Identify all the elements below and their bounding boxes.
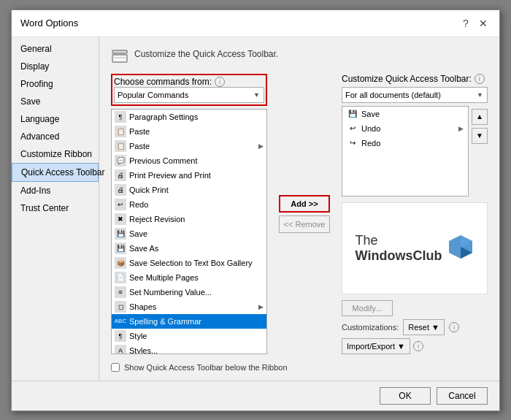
sidebar-item-save[interactable]: Save [12, 93, 99, 110]
cmd-save-as[interactable]: 💾 Save As [112, 241, 266, 256]
cmd-set-numbering[interactable]: ≡ Set Numbering Value... [112, 285, 266, 299]
toolbar-customize-icon [111, 47, 128, 65]
modify-button[interactable]: Modify... [342, 300, 393, 316]
cmd-paste-1[interactable]: 📋 Paste [112, 124, 266, 139]
cmd-icon-paste1: 📋 [115, 126, 126, 137]
toolbar-list[interactable]: 💾 Save ↩ Undo ▶ ↪ Redo [342, 106, 469, 196]
help-button[interactable]: ? [458, 16, 473, 31]
cmd-redo[interactable]: ↩ Redo [112, 197, 266, 212]
cmd-icon-print-preview: 🖨 [115, 169, 126, 181]
tb-item-save[interactable]: 💾 Save [342, 107, 468, 121]
title-controls: ? ✕ [458, 16, 491, 31]
toolbar-info-icon[interactable]: i [474, 74, 485, 84]
cmd-arrow-shapes: ▶ [258, 303, 264, 310]
show-below-label: Show Quick Access Toolbar below the Ribb… [124, 363, 288, 372]
cmd-styles[interactable]: A Styles... [112, 343, 266, 354]
cmd-icon-spelling: ABC [115, 316, 126, 327]
top-section: Customize the Quick Access Toolbar. [111, 46, 488, 65]
cmd-icon-multiple: 📄 [115, 272, 126, 283]
sidebar-item-customize-ribbon[interactable]: Customize Ribbon [12, 145, 99, 163]
title-bar: Word Options ? ✕ [12, 10, 499, 37]
commands-dropdown-wrapper: Popular Commands All Commands Commands N… [114, 87, 264, 103]
right-column: Customize Quick Access Toolbar: i For al… [342, 74, 488, 354]
sidebar-item-addins[interactable]: Add-Ins [12, 182, 99, 199]
cmd-save[interactable]: 💾 Save [112, 226, 266, 241]
commands-info-icon[interactable]: i [215, 77, 225, 87]
cmd-icon-paragraph: ¶ [115, 111, 126, 123]
logo-icon [447, 234, 474, 262]
main-content: Customize the Quick Access Toolbar. Choo… [99, 37, 499, 381]
show-below-row: Show Quick Access Toolbar below the Ribb… [111, 360, 488, 372]
cmd-icon-prev-comment: 💬 [115, 155, 126, 167]
cmd-icon-paste2: 📋 [115, 140, 126, 152]
commands-label-row: Choose commands from: i [114, 77, 264, 87]
show-below-checkbox[interactable] [111, 363, 120, 372]
sidebar-item-general[interactable]: General [12, 40, 99, 58]
tb-arrow-undo: ▶ [458, 125, 464, 132]
commands-list[interactable]: ¶ Paragraph Settings 📋 Paste 📋 Paste ▶ [111, 109, 267, 354]
sidebar-item-language[interactable]: Language [12, 110, 99, 128]
tb-icon-redo: ↪ [347, 137, 358, 149]
import-export-button[interactable]: Import/Export ▼ [342, 338, 410, 354]
cmd-print-preview[interactable]: 🖨 Print Preview and Print [112, 168, 266, 183]
toolbar-label: Customize Quick Access Toolbar: [342, 74, 472, 84]
logo-text-block: The WindowsClub [356, 233, 442, 264]
import-info-icon[interactable]: i [413, 341, 423, 351]
sidebar-item-proofing[interactable]: Proofing [12, 75, 99, 93]
tb-icon-save: 💾 [347, 108, 358, 120]
cmd-icon-save-as: 💾 [115, 243, 126, 254]
cmd-reject-revision[interactable]: ✖ Reject Revision [112, 212, 266, 226]
cmd-paragraph-settings[interactable]: ¶ Paragraph Settings [112, 110, 266, 124]
cmd-paste-2[interactable]: 📋 Paste ▶ [112, 139, 266, 153]
cmd-icon-quick-print: 🖨 [115, 184, 126, 196]
middle-buttons: Add >> << Remove [276, 74, 333, 354]
sidebar-item-quick-access[interactable]: Quick Access Toolbar [12, 163, 99, 182]
commands-dropdown[interactable]: Popular Commands All Commands Commands N… [114, 87, 264, 103]
word-options-dialog: Word Options ? ✕ General Display Proofin… [11, 9, 500, 411]
reset-button[interactable]: Reset ▼ [403, 319, 445, 335]
cmd-icon-reject: ✖ [115, 213, 126, 225]
cmd-spelling-grammar[interactable]: ABC Spelling & Grammar [112, 314, 266, 329]
toolbar-dropdown[interactable]: For all documents (default) [342, 87, 488, 103]
sidebar-item-display[interactable]: Display [12, 58, 99, 75]
reset-info-icon[interactable]: i [449, 322, 459, 332]
remove-button[interactable]: << Remove [279, 215, 330, 233]
logo-area: The WindowsClub [342, 202, 488, 294]
sidebar-item-trust-center[interactable]: Trust Center [12, 199, 99, 217]
commands-label: Choose commands from: [114, 77, 212, 87]
right-arrows: ▲ ▼ [472, 106, 488, 196]
add-button[interactable]: Add >> [279, 195, 330, 213]
svg-rect-0 [112, 50, 127, 53]
left-column: Choose commands from: i Popular Commands… [111, 74, 267, 354]
tb-item-redo[interactable]: ↪ Redo [342, 136, 468, 150]
bottom-section: Modify... Customizations: Reset ▼ i Impo… [342, 300, 488, 354]
ok-button[interactable]: OK [380, 387, 431, 405]
cmd-shapes[interactable]: ◻ Shapes ▶ [112, 299, 266, 314]
dialog-title: Word Options [20, 18, 78, 28]
footer: OK Cancel [12, 381, 499, 411]
cmd-icon-styles: A [115, 345, 126, 354]
cmd-previous-comment[interactable]: 💬 Previous Comment [112, 153, 266, 168]
sidebar: General Display Proofing Save Language A… [12, 37, 99, 381]
cmd-icon-redo: ↩ [115, 199, 126, 210]
toolbar-dropdown-wrapper: For all documents (default) [342, 87, 488, 103]
move-up-button[interactable]: ▲ [472, 109, 488, 125]
close-button[interactable]: ✕ [476, 16, 491, 31]
cmd-style[interactable]: ¶ Style [112, 329, 266, 343]
cmd-quick-print[interactable]: 🖨 Quick Print [112, 183, 266, 197]
sidebar-item-advanced[interactable]: Advanced [12, 128, 99, 145]
cmd-see-multiple[interactable]: 📄 See Multiple Pages [112, 270, 266, 285]
cancel-button[interactable]: Cancel [437, 387, 488, 405]
logo-line2: WindowsClub [356, 248, 442, 264]
two-columns: Choose commands from: i Popular Commands… [111, 74, 488, 354]
cmd-icon-shapes: ◻ [115, 301, 126, 313]
cmd-save-selection[interactable]: 📦 Save Selection to Text Box Gallery [112, 256, 266, 270]
tb-item-undo[interactable]: ↩ Undo ▶ [342, 121, 468, 136]
logo-container: The WindowsClub [356, 233, 474, 264]
customizations-label: Customizations: [342, 323, 399, 332]
customize-title: Customize the Quick Access Toolbar. [134, 49, 278, 59]
toolbar-list-section: 💾 Save ↩ Undo ▶ ↪ Redo [342, 106, 488, 196]
dialog-body: General Display Proofing Save Language A… [12, 37, 499, 381]
import-row: Import/Export ▼ i [342, 338, 488, 354]
move-down-button[interactable]: ▼ [472, 128, 488, 144]
